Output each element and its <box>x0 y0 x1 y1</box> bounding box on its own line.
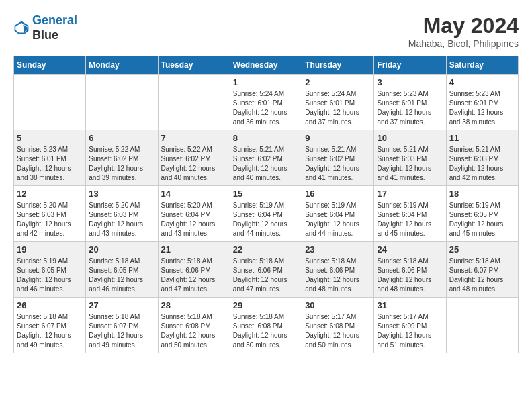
cell-info: Sunrise: 5:20 AM Sunset: 6:03 PM Dayligh… <box>17 201 83 238</box>
day-number: 18 <box>449 189 515 199</box>
day-number: 29 <box>233 300 299 310</box>
logo-text: General Blue <box>32 13 77 42</box>
weekday-header: Sunday <box>14 56 86 75</box>
calendar-cell: 21Sunrise: 5:18 AM Sunset: 6:06 PM Dayli… <box>158 242 230 298</box>
day-number: 2 <box>305 77 371 87</box>
weekday-header: Wednesday <box>230 56 302 75</box>
cell-info: Sunrise: 5:18 AM Sunset: 6:08 PM Dayligh… <box>233 312 299 350</box>
cell-info: Sunrise: 5:18 AM Sunset: 6:06 PM Dayligh… <box>233 257 299 294</box>
day-number: 4 <box>449 77 515 87</box>
cell-info: Sunrise: 5:20 AM Sunset: 6:03 PM Dayligh… <box>89 201 154 238</box>
calendar-cell: 12Sunrise: 5:20 AM Sunset: 6:03 PM Dayli… <box>14 186 86 242</box>
calendar-cell: 20Sunrise: 5:18 AM Sunset: 6:05 PM Dayli… <box>86 242 158 298</box>
month-year: May 2024 <box>408 13 519 38</box>
calendar-header-row: SundayMondayTuesdayWednesdayThursdayFrid… <box>14 56 519 75</box>
calendar-cell: 13Sunrise: 5:20 AM Sunset: 6:03 PM Dayli… <box>86 186 158 242</box>
day-number: 19 <box>17 244 83 255</box>
cell-info: Sunrise: 5:18 AM Sunset: 6:05 PM Dayligh… <box>89 257 154 294</box>
day-number: 21 <box>161 244 227 255</box>
calendar-cell: 29Sunrise: 5:18 AM Sunset: 6:08 PM Dayli… <box>230 298 302 353</box>
cell-info: Sunrise: 5:18 AM Sunset: 6:06 PM Dayligh… <box>377 257 443 294</box>
calendar-cell: 16Sunrise: 5:19 AM Sunset: 6:04 PM Dayli… <box>302 186 374 242</box>
calendar-cell: 4Sunrise: 5:23 AM Sunset: 6:01 PM Daylig… <box>446 75 518 130</box>
day-number: 16 <box>305 189 371 199</box>
day-number: 10 <box>377 133 443 143</box>
cell-info: Sunrise: 5:21 AM Sunset: 6:03 PM Dayligh… <box>449 145 515 183</box>
cell-info: Sunrise: 5:19 AM Sunset: 6:04 PM Dayligh… <box>305 201 371 238</box>
weekday-header: Thursday <box>302 56 374 75</box>
weekday-header: Friday <box>374 56 446 75</box>
day-number: 3 <box>377 77 443 87</box>
day-number: 25 <box>449 244 515 255</box>
day-number: 22 <box>233 244 299 255</box>
logo-icon <box>13 20 30 36</box>
day-number: 13 <box>89 189 154 199</box>
calendar-cell: 27Sunrise: 5:18 AM Sunset: 6:07 PM Dayli… <box>86 298 158 353</box>
calendar-cell: 15Sunrise: 5:19 AM Sunset: 6:04 PM Dayli… <box>230 186 302 242</box>
calendar-week-row: 5Sunrise: 5:23 AM Sunset: 6:01 PM Daylig… <box>14 130 519 186</box>
calendar-cell: 8Sunrise: 5:21 AM Sunset: 6:02 PM Daylig… <box>230 130 302 186</box>
calendar-cell: 14Sunrise: 5:20 AM Sunset: 6:04 PM Dayli… <box>158 186 230 242</box>
day-number: 31 <box>377 300 443 310</box>
location: Mahaba, Bicol, Philippines <box>408 38 519 49</box>
cell-info: Sunrise: 5:24 AM Sunset: 6:01 PM Dayligh… <box>305 89 371 127</box>
calendar-cell: 18Sunrise: 5:19 AM Sunset: 6:05 PM Dayli… <box>446 186 518 242</box>
logo: General Blue <box>13 13 77 42</box>
cell-info: Sunrise: 5:23 AM Sunset: 6:01 PM Dayligh… <box>449 89 515 127</box>
cell-info: Sunrise: 5:18 AM Sunset: 6:08 PM Dayligh… <box>161 312 227 350</box>
weekday-header: Saturday <box>446 56 518 75</box>
calendar-cell: 5Sunrise: 5:23 AM Sunset: 6:01 PM Daylig… <box>14 130 86 186</box>
day-number: 26 <box>17 300 83 310</box>
day-number: 7 <box>161 133 227 143</box>
calendar-cell: 19Sunrise: 5:19 AM Sunset: 6:05 PM Dayli… <box>14 242 86 298</box>
day-number: 14 <box>161 189 227 199</box>
calendar-cell: 6Sunrise: 5:22 AM Sunset: 6:02 PM Daylig… <box>86 130 158 186</box>
calendar-cell: 31Sunrise: 5:17 AM Sunset: 6:09 PM Dayli… <box>374 298 446 353</box>
cell-info: Sunrise: 5:23 AM Sunset: 6:01 PM Dayligh… <box>377 89 443 127</box>
cell-info: Sunrise: 5:18 AM Sunset: 6:07 PM Dayligh… <box>17 312 83 350</box>
day-number: 30 <box>305 300 371 310</box>
calendar-week-row: 19Sunrise: 5:19 AM Sunset: 6:05 PM Dayli… <box>14 242 519 298</box>
cell-info: Sunrise: 5:21 AM Sunset: 6:02 PM Dayligh… <box>233 145 299 183</box>
day-number: 8 <box>233 133 299 143</box>
cell-info: Sunrise: 5:19 AM Sunset: 6:04 PM Dayligh… <box>233 201 299 238</box>
day-number: 1 <box>233 77 299 87</box>
cell-info: Sunrise: 5:19 AM Sunset: 6:04 PM Dayligh… <box>377 201 443 238</box>
calendar-week-row: 1Sunrise: 5:24 AM Sunset: 6:01 PM Daylig… <box>14 75 519 130</box>
calendar-table: SundayMondayTuesdayWednesdayThursdayFrid… <box>13 56 519 353</box>
calendar-cell: 11Sunrise: 5:21 AM Sunset: 6:03 PM Dayli… <box>446 130 518 186</box>
page-header: General Blue May 2024 Mahaba, Bicol, Phi… <box>13 13 519 49</box>
calendar-cell: 26Sunrise: 5:18 AM Sunset: 6:07 PM Dayli… <box>14 298 86 353</box>
day-number: 24 <box>377 244 443 255</box>
cell-info: Sunrise: 5:20 AM Sunset: 6:04 PM Dayligh… <box>161 201 227 238</box>
cell-info: Sunrise: 5:24 AM Sunset: 6:01 PM Dayligh… <box>233 89 299 127</box>
calendar-cell <box>158 75 230 130</box>
day-number: 9 <box>305 133 371 143</box>
calendar-cell <box>446 298 518 353</box>
day-number: 27 <box>89 300 154 310</box>
cell-info: Sunrise: 5:23 AM Sunset: 6:01 PM Dayligh… <box>17 145 83 183</box>
calendar-cell <box>14 75 86 130</box>
calendar-cell: 10Sunrise: 5:21 AM Sunset: 6:03 PM Dayli… <box>374 130 446 186</box>
calendar-cell: 25Sunrise: 5:18 AM Sunset: 6:07 PM Dayli… <box>446 242 518 298</box>
calendar-cell: 30Sunrise: 5:17 AM Sunset: 6:08 PM Dayli… <box>302 298 374 353</box>
day-number: 11 <box>449 133 515 143</box>
calendar-cell: 2Sunrise: 5:24 AM Sunset: 6:01 PM Daylig… <box>302 75 374 130</box>
calendar-week-row: 26Sunrise: 5:18 AM Sunset: 6:07 PM Dayli… <box>14 298 519 353</box>
calendar-cell: 28Sunrise: 5:18 AM Sunset: 6:08 PM Dayli… <box>158 298 230 353</box>
cell-info: Sunrise: 5:17 AM Sunset: 6:08 PM Dayligh… <box>305 312 371 350</box>
cell-info: Sunrise: 5:22 AM Sunset: 6:02 PM Dayligh… <box>161 145 227 183</box>
calendar-cell: 7Sunrise: 5:22 AM Sunset: 6:02 PM Daylig… <box>158 130 230 186</box>
weekday-header: Monday <box>86 56 158 75</box>
calendar-cell: 17Sunrise: 5:19 AM Sunset: 6:04 PM Dayli… <box>374 186 446 242</box>
cell-info: Sunrise: 5:18 AM Sunset: 6:07 PM Dayligh… <box>449 257 515 294</box>
calendar-cell: 24Sunrise: 5:18 AM Sunset: 6:06 PM Dayli… <box>374 242 446 298</box>
calendar-cell: 1Sunrise: 5:24 AM Sunset: 6:01 PM Daylig… <box>230 75 302 130</box>
day-number: 5 <box>17 133 83 143</box>
title-section: May 2024 Mahaba, Bicol, Philippines <box>408 13 519 49</box>
calendar-week-row: 12Sunrise: 5:20 AM Sunset: 6:03 PM Dayli… <box>14 186 519 242</box>
day-number: 12 <box>17 189 83 199</box>
calendar-cell: 9Sunrise: 5:21 AM Sunset: 6:02 PM Daylig… <box>302 130 374 186</box>
day-number: 6 <box>89 133 154 143</box>
weekday-header: Tuesday <box>158 56 230 75</box>
